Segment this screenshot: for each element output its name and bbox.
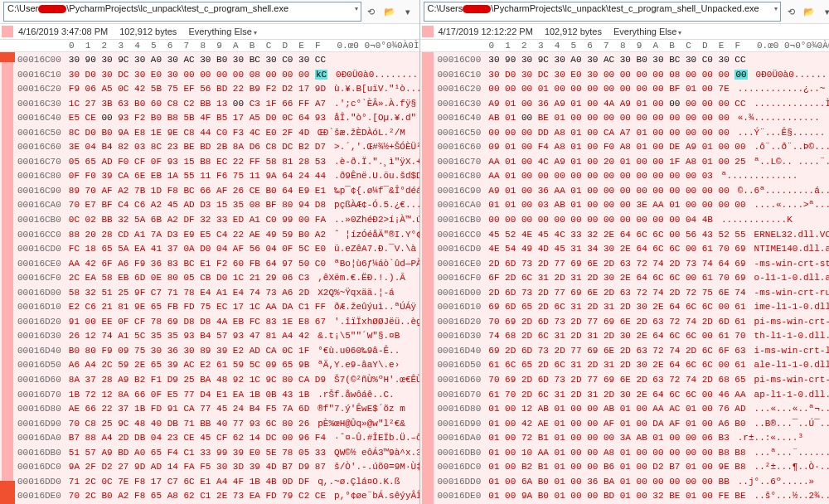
history-icon[interactable]: ⟲: [783, 3, 799, 20]
right-path-input[interactable]: C:\Users\PycharmProjects\lc_unpack\test_…: [424, 2, 782, 22]
filter-dropdown[interactable]: Everything Else▾: [188, 27, 256, 36]
dropdown-arrow-icon[interactable]: ▾: [774, 5, 778, 12]
hex-row: 00016D50A6 A4 2C 59 2E 65 39 AC E2 61 59…: [17, 358, 419, 373]
path-prefix: C:\Users: [428, 3, 463, 13]
hex-row: 00016C90A9 01 00 36 AA 01 00 00 00 00 00…: [438, 184, 830, 199]
hex-row: 00016DB001 00 10 AA 01 00 00 A8 01 00 00…: [438, 446, 830, 461]
redaction: [463, 5, 491, 13]
hex-row: 00016CD04E 54 49 4D 45 31 34 30 2E 64 6C…: [438, 242, 830, 257]
filesize: 102,912 bytes: [545, 27, 602, 36]
hex-row: 00016DC001 00 B2 B1 01 00 00 B6 01 00 D2…: [438, 460, 830, 475]
timestamp: 4/17/2019 12:12:22 PM: [439, 27, 533, 36]
scroll-marker: [0, 481, 15, 504]
scroll-marker: [0, 52, 15, 62]
diff-marker: [422, 26, 434, 37]
right-status: 4/17/2019 12:12:22 PM 102,912 bytes Ever…: [420, 24, 830, 40]
open-folder-icon[interactable]: 📂: [381, 3, 398, 20]
compare-view: C:\User\PycharmProjects\lc_unpack\test_c…: [0, 0, 829, 504]
left-path-input[interactable]: C:\User\PycharmProjects\lc_unpack\test_c…: [3, 2, 361, 22]
hex-row: 00016C70AA 01 00 4C A9 01 00 20 01 00 00…: [438, 155, 830, 170]
left-status: 4/16/2019 3:47:08 PM 102,912 bytes Every…: [0, 24, 419, 40]
dropdown-arrow-icon[interactable]: ▾: [355, 5, 358, 12]
hex-rows: 00016C0030 90 30 9C 30 A0 30 AC 30 B0 30…: [17, 53, 419, 504]
filesize: 102,912 bytes: [119, 27, 177, 36]
hex-row: 00016D80AE 66 22 37 1B FD 91 CA 77 45 24…: [17, 402, 419, 417]
path-suffix: \PycharmProjects\lc_unpack\test_c_progra…: [491, 3, 759, 13]
more-icon[interactable]: ▾: [400, 3, 416, 20]
hex-row: 00016DB051 57 A9 BD A0 65 F4 C1 33 99 39…: [17, 446, 419, 461]
left-hex-dump[interactable]: 00016C0030 90 30 9C 30 A0 30 AC 30 B0 30…: [0, 52, 419, 504]
hex-row: 00016CB000 00 00 00 00 00 00 00 00 00 00…: [438, 213, 830, 228]
path-prefix: C:\User: [7, 3, 38, 13]
hex-row: 00016CC045 52 4E 45 4C 33 32 2E 64 6C 6C…: [438, 228, 830, 243]
hex-row: 00016D10E2 C6 21 81 9E 65 FB FD 75 EC 17…: [17, 300, 419, 315]
path-wrap: C:\User\PycharmProjects\lc_unpack\test_c…: [3, 2, 361, 22]
hex-row: 00016DD071 2C 0C 7E F8 17 C7 6C E1 A4 4F…: [17, 475, 419, 490]
hex-row: 00016D2091 00 EE 0F CF 78 69 D8 D8 4A EB…: [17, 315, 419, 330]
hex-row: 00016D5061 6C 65 2D 6C 31 2D 31 2D 30 2E…: [438, 358, 830, 373]
left-toolbar: C:\User\PycharmProjects\lc_unpack\test_c…: [0, 0, 419, 24]
filter-dropdown[interactable]: Everything Else▾: [613, 27, 681, 36]
history-icon[interactable]: ⟲: [363, 3, 380, 20]
hex-row: 00016D1069 6D 65 2D 6C 31 2D 31 2D 30 2E…: [438, 300, 830, 315]
right-toolbar: C:\Users\PycharmProjects\lc_unpack\test_…: [420, 0, 830, 24]
hex-row: 00016D2070 69 2D 6D 73 2D 77 69 6E 2D 63…: [438, 315, 830, 330]
diff-gutter: [422, 52, 434, 504]
hex-row: 00016C508C D0 B0 9A E8 1E 9E C8 44 C0 F3…: [17, 126, 419, 141]
hex-row: 00016C5000 00 00 DD A8 01 00 CA A7 01 00…: [438, 126, 830, 141]
hex-row: 00016C603E 04 B4 82 03 8C 23 BE BD 2B 8A…: [17, 140, 419, 155]
hex-row: 00016D40B0 80 F9 09 75 30 36 30 89 39 E2…: [17, 344, 419, 359]
hex-row: 00016DA001 00 72 B1 01 00 00 00 3A AB 01…: [438, 431, 830, 446]
hex-row: 00016DE070 2C B0 A2 F8 65 A8 62 C1 2E 73…: [17, 489, 419, 504]
hex-row: 00016CA001 01 00 03 AB 01 00 00 00 3E AA…: [438, 198, 830, 213]
redaction: [38, 5, 66, 13]
hex-row: 00016D6070 69 2D 6D 73 2D 77 69 6E 2D 63…: [438, 373, 830, 388]
hex-row: 00016C800F F0 39 CA 6E EB 1A 55 11 F6 75…: [17, 169, 419, 184]
hex-row: 00016C30A9 01 00 36 A9 01 00 4A A9 01 00…: [438, 97, 830, 112]
hex-row: 00016C80AA 01 00 00 00 00 00 00 00 00 00…: [438, 169, 830, 184]
hex-row: 00016C1030 D0 30 DC 30 E0 30 00 00 00 00…: [438, 68, 830, 83]
hex-row: 00016C2000 00 00 01 00 00 00 00 00 00 00…: [438, 82, 830, 97]
open-folder-icon[interactable]: 📂: [801, 3, 817, 20]
left-hex-header: 0 1 2 3 4 5 6 7 8 9 A B C D E F 0.œ0 0¬0…: [0, 40, 419, 52]
right-hex-dump[interactable]: 00016C0030 90 30 9C 30 A0 30 AC 30 B0 30…: [420, 52, 830, 504]
hex-row: 00016DC09A 2F D2 27 9D AD 14 FA F5 30 3D…: [17, 460, 419, 475]
hex-row: 00016CE02D 6D 73 2D 77 69 6E 2D 63 72 74…: [438, 257, 830, 272]
left-pane: C:\User\PycharmProjects\lc_unpack\test_c…: [0, 0, 420, 504]
hex-row: 00016C40E5 CE 00 93 F2 B0 B8 5B 4F B5 17…: [17, 111, 419, 126]
path-wrap: C:\Users\PycharmProjects\lc_unpack\test_…: [424, 2, 782, 22]
hex-row: 00016D9001 00 42 AE 01 00 00 AF 01 00 DA…: [438, 417, 830, 432]
hex-row: 00016D7061 70 2D 6C 31 2D 31 2D 30 2E 64…: [438, 388, 830, 403]
hex-row: 00016C0030 90 30 9C 30 A0 30 AC 30 B0 30…: [17, 53, 419, 68]
hex-row: 00016CE0AA 42 6F A6 F9 36 83 BC E1 F2 60…: [17, 257, 419, 272]
more-icon[interactable]: ▾: [819, 3, 829, 20]
hex-row: 00016C0030 90 30 9C 30 A0 30 AC 30 B0 30…: [438, 53, 830, 68]
diff-gutter: [2, 52, 13, 504]
hex-row: 00016C20F9 06 A5 0C 42 5B 75 EF 56 BD 22…: [17, 82, 419, 97]
hex-row: 00016DE001 00 9A B0 01 00 00 BD 01 00 32…: [438, 489, 830, 504]
hex-row: 00016CF06F 2D 6C 31 2D 31 2D 30 2E 64 6C…: [438, 271, 830, 286]
right-hex-header: 0 1 2 3 4 5 6 7 8 9 A B C D E F 0.œ0 0¬0…: [420, 40, 830, 52]
hex-row: 00016D8001 00 12 AB 01 00 00 AB 01 00 AA…: [438, 402, 830, 417]
hex-row: 00016C6009 01 00 F4 A8 01 00 F0 A8 01 00…: [438, 140, 830, 155]
hex-row: 00016CD0FC 18 65 5A EA 41 37 0A D0 04 AF…: [17, 242, 419, 257]
timestamp: 4/16/2019 3:47:08 PM: [18, 27, 108, 36]
hex-row: 00016C1030 D0 30 DC 30 E0 30 00 00 00 00…: [17, 68, 419, 83]
hex-row: 00016CC088 20 28 CD A1 7A D3 E9 E5 C4 22…: [17, 228, 419, 243]
hex-row: 00016C7005 65 AD F0 CF 0F 93 15 B8 EC 22…: [17, 155, 419, 170]
hex-row: 00016DD001 00 6A B0 01 00 36 BA 01 00 00…: [438, 475, 830, 490]
hex-row: 00016CA070 E7 BF C4 C6 A2 45 AD D3 15 35…: [17, 198, 419, 213]
hex-row: 00016D608A 37 28 A9 B2 F1 D9 25 BA 48 92…: [17, 373, 419, 388]
hex-row: 00016C9089 70 AF A2 7B 1D F8 BC 66 AF 26…: [17, 184, 419, 199]
hex-row: 00016D0058 32 51 25 9F C7 71 78 E4 A1 E4…: [17, 286, 419, 301]
hex-row: 00016D002D 6D 73 2D 77 69 6E 2D 63 72 74…: [438, 286, 830, 301]
right-pane: C:\Users\PycharmProjects\lc_unpack\test_…: [420, 0, 830, 504]
hex-row: 00016CF02C EA 58 EB 6D 0E 80 05 CB D0 1C…: [17, 271, 419, 286]
diff-marker: [2, 26, 13, 37]
hex-row: 00016D3026 12 74 A1 5C 35 35 93 B4 57 93…: [17, 329, 419, 344]
hex-rows: 00016C0030 90 30 9C 30 A0 30 AC 30 B0 30…: [438, 53, 830, 504]
hex-row: 00016D9070 C8 25 9C 48 40 DB 71 BB 40 77…: [17, 417, 419, 432]
hex-row: 00016CB00C 02 BB 32 5A 6B A2 DF 32 33 ED…: [17, 213, 419, 228]
hex-row: 00016D3074 68 2D 6C 31 2D 31 2D 30 2E 64…: [438, 329, 830, 344]
hex-row: 00016C301C 27 3B 63 B0 60 C8 C2 BB 13 00…: [17, 97, 419, 112]
